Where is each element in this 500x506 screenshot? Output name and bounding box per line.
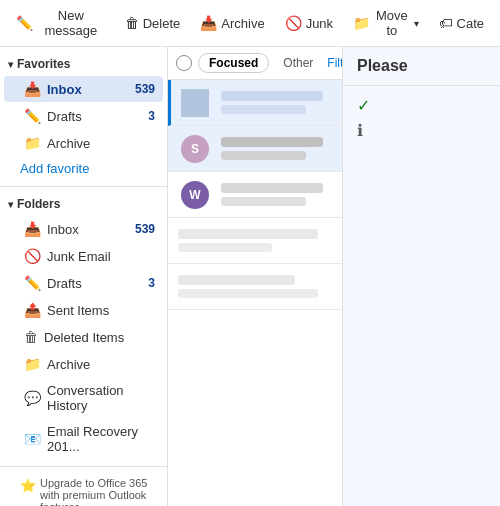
check-icon: ✓ (357, 96, 370, 115)
folders-header[interactable]: ▾ Folders (0, 193, 167, 215)
chevron-down-icon: ▾ (8, 59, 13, 70)
message-item-3[interactable]: W (168, 172, 342, 218)
new-message-button[interactable]: ✏️ New message (8, 4, 113, 42)
move-icon: 📁 (353, 15, 370, 31)
chevron-down-icon: ▾ (414, 18, 419, 29)
upgrade-box[interactable]: ⭐ Upgrade to Office 365 with premium Out… (0, 471, 167, 506)
sidebar-item-conversation-history[interactable]: 💬 Conversation History (4, 378, 163, 418)
archive-folders-icon: 📁 (24, 356, 41, 372)
sidebar-divider (0, 186, 167, 187)
delete-icon: 🗑 (125, 15, 139, 31)
icon-row-1: ✓ (357, 96, 486, 115)
inbox-icon: 📥 (24, 81, 41, 97)
sidebar-item-junk[interactable]: 🚫 Junk Email (4, 243, 163, 269)
office-icon: ⭐ (20, 478, 36, 493)
chevron-down-icon: ▾ (8, 199, 13, 210)
archive-sidebar-icon: 📁 (24, 135, 41, 151)
sidebar-item-email-recovery[interactable]: 📧 Email Recovery 201... (4, 419, 163, 459)
tag-icon: 🏷 (439, 15, 453, 31)
info-icon: ℹ (357, 121, 363, 140)
inbox-folder-icon: 📥 (24, 221, 41, 237)
compose-icon: ✏️ (16, 15, 33, 31)
filter-button[interactable]: Filter ▾ (327, 56, 343, 70)
sidebar-item-inbox-favorites[interactable]: 📥 Inbox 539 (4, 76, 163, 102)
sidebar-item-deleted[interactable]: 🗑 Deleted Items (4, 324, 163, 350)
tab-focused[interactable]: Focused (198, 53, 269, 73)
favorites-header[interactable]: ▾ Favorites (0, 53, 167, 75)
message-list: Focused Other Filter ▾ S (168, 47, 343, 506)
sidebar-item-archive-folders[interactable]: 📁 Archive (4, 351, 163, 377)
add-favorite-link[interactable]: Add favorite (0, 157, 167, 180)
junk-folder-icon: 🚫 (24, 248, 41, 264)
drafts-folder-icon: ✏️ (24, 275, 41, 291)
delete-button[interactable]: 🗑 Delete (117, 11, 189, 35)
sidebar-item-drafts-folders[interactable]: ✏️ Drafts 3 (4, 270, 163, 296)
message-item-5[interactable] (168, 264, 342, 310)
drafts-icon: ✏️ (24, 108, 41, 124)
select-all-checkbox[interactable] (176, 55, 192, 71)
toolbar: ✏️ New message 🗑 Delete 📥 Archive 🚫 Junk… (0, 0, 500, 47)
junk-button[interactable]: 🚫 Junk (277, 11, 341, 35)
move-to-button[interactable]: 📁 Move to ▾ (345, 4, 426, 42)
filter-bar: Focused Other Filter ▾ (168, 47, 342, 80)
tab-other[interactable]: Other (275, 54, 321, 72)
history-icon: 💬 (24, 390, 41, 406)
main-layout: ▾ Favorites 📥 Inbox 539 ✏️ Drafts 3 📁 Ar… (0, 47, 500, 506)
icon-row-2: ℹ (357, 121, 486, 140)
reading-pane-title: Please (343, 47, 500, 86)
sidebar: ▾ Favorites 📥 Inbox 539 ✏️ Drafts 3 📁 Ar… (0, 47, 168, 506)
sidebar-item-inbox-folders[interactable]: 📥 Inbox 539 (4, 216, 163, 242)
folders-section: ▾ Folders 📥 Inbox 539 🚫 Junk Email ✏️ Dr… (0, 191, 167, 462)
archive-icon: 📥 (200, 15, 217, 31)
message-item-1[interactable] (168, 80, 342, 126)
sent-icon: 📤 (24, 302, 41, 318)
sidebar-divider-2 (0, 466, 167, 467)
sidebar-item-drafts-favorites[interactable]: ✏️ Drafts 3 (4, 103, 163, 129)
message-item-4[interactable] (168, 218, 342, 264)
junk-icon: 🚫 (285, 15, 302, 31)
reading-pane: Please ✓ ℹ Reply (343, 47, 500, 506)
categorize-button[interactable]: 🏷 Cate (431, 11, 492, 35)
archive-toolbar-button[interactable]: 📥 Archive (192, 11, 272, 35)
reading-pane-icons: ✓ ℹ (343, 86, 500, 150)
recovery-icon: 📧 (24, 431, 41, 447)
deleted-icon: 🗑 (24, 329, 38, 345)
sidebar-item-sent[interactable]: 📤 Sent Items (4, 297, 163, 323)
favorites-section: ▾ Favorites 📥 Inbox 539 ✏️ Drafts 3 📁 Ar… (0, 51, 167, 182)
sidebar-item-archive-favorites[interactable]: 📁 Archive (4, 130, 163, 156)
message-item-2[interactable]: S (168, 126, 342, 172)
